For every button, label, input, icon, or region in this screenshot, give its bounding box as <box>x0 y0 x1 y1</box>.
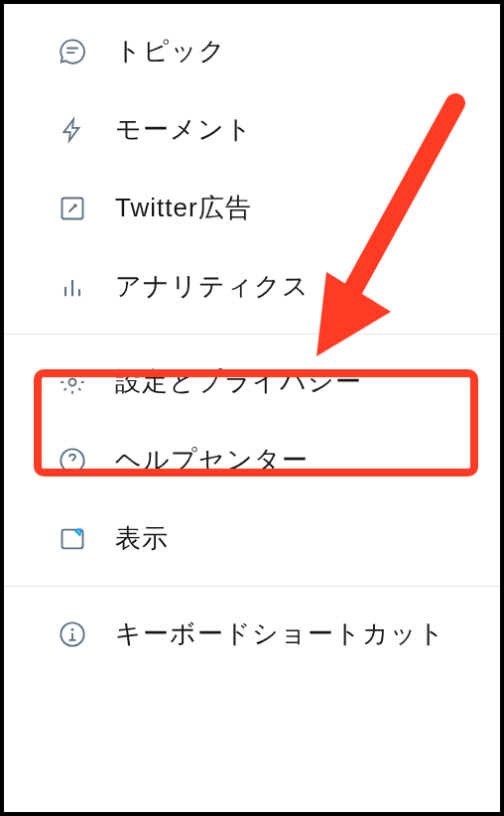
menu-item-label: Twitter広告 <box>115 191 252 225</box>
svg-point-1 <box>69 378 76 385</box>
topic-icon <box>58 37 87 67</box>
menu-item-label: ヘルプセンター <box>115 443 309 477</box>
menu-item-topic[interactable]: トピック <box>4 12 500 90</box>
menu: トピック モーメント Twitter広告 アナリティクス <box>4 4 500 673</box>
menu-item-keyboard[interactable]: キーボードショートカット <box>4 595 500 673</box>
display-icon <box>58 524 87 554</box>
analytics-icon <box>58 272 87 302</box>
menu-item-label: アナリティクス <box>115 269 310 304</box>
ad-icon <box>58 194 87 223</box>
menu-item-label: 設定とプライバシー <box>115 364 362 399</box>
menu-item-analytics[interactable]: アナリティクス <box>4 247 500 326</box>
menu-item-display[interactable]: 表示 <box>4 499 500 578</box>
divider <box>4 334 500 335</box>
menu-item-moment[interactable]: モーメント <box>4 90 500 169</box>
menu-item-label: キーボードショートカット <box>115 616 445 651</box>
menu-item-label: 表示 <box>115 521 169 556</box>
svg-point-5 <box>71 627 74 630</box>
divider <box>4 586 500 587</box>
keyboard-icon <box>58 619 87 649</box>
menu-item-ad[interactable]: Twitter広告 <box>4 169 500 247</box>
menu-item-label: モーメント <box>115 112 253 147</box>
menu-item-settings[interactable]: 設定とプライバシー <box>4 342 500 421</box>
menu-item-label: トピック <box>115 34 226 68</box>
moment-icon <box>58 115 87 145</box>
menu-item-help[interactable]: ヘルプセンター <box>4 421 500 499</box>
help-icon <box>58 446 87 476</box>
settings-icon <box>58 367 87 397</box>
